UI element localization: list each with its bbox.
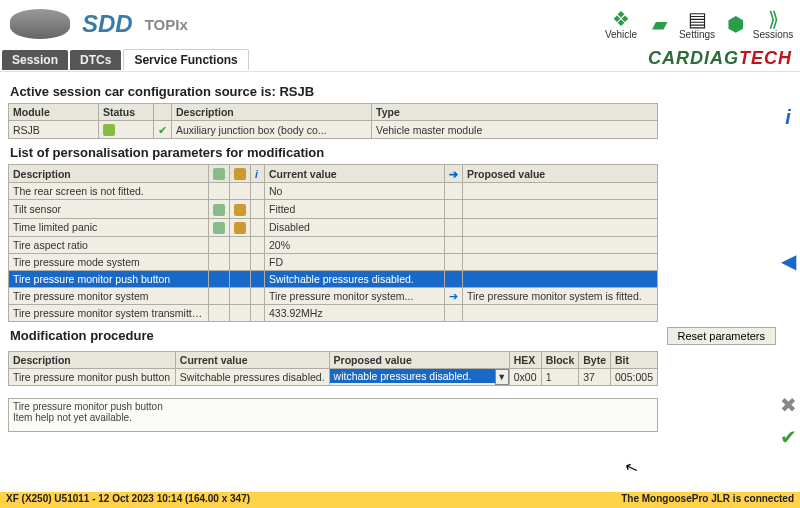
param-icon2 bbox=[234, 222, 246, 234]
status-left: XF (X250) U51011 - 12 Oct 2023 10:14 (16… bbox=[6, 493, 250, 507]
help-box: Tire pressure monitor push button Item h… bbox=[8, 398, 658, 432]
toolbar: ❖Vehicle ▰ ▤Settings ⬢ ⟫Sessions bbox=[604, 7, 790, 41]
cancel-button[interactable]: ✖ bbox=[780, 393, 797, 417]
col-desc[interactable]: Description bbox=[9, 165, 209, 183]
procedure-title: Modification procedure bbox=[10, 328, 154, 343]
tab-session[interactable]: Session bbox=[2, 50, 68, 70]
app-header: SDD TOPIx ❖Vehicle ▰ ▤Settings ⬢ ⟫Sessio… bbox=[0, 0, 800, 48]
info-icon: i bbox=[255, 168, 258, 180]
params-title: List of personalisation parameters for m… bbox=[10, 145, 790, 160]
fuel-icon: ⬢ bbox=[727, 14, 744, 34]
arrow-icon: ➔ bbox=[449, 168, 458, 180]
app-topix: TOPIx bbox=[145, 16, 188, 33]
table-row[interactable]: Time limited panicDisabled bbox=[9, 218, 658, 236]
main-content: Active session car configuration source … bbox=[0, 72, 800, 472]
check-icon: ✔ bbox=[158, 124, 167, 136]
col-type: Type bbox=[372, 104, 658, 121]
procedure-table: Description Current value Proposed value… bbox=[8, 351, 658, 386]
arrow-right-icon: ➔ bbox=[449, 290, 458, 302]
table-row[interactable]: Tire pressure mode systemFD bbox=[9, 253, 658, 270]
watermark: CARDIAGTECH bbox=[648, 48, 792, 69]
toolbar-extra1[interactable]: ▰ bbox=[642, 7, 676, 41]
filter1-icon bbox=[213, 168, 225, 180]
tab-dtcs[interactable]: DTCs bbox=[70, 50, 121, 70]
folder-icon: ▰ bbox=[652, 14, 667, 34]
gauge-icon: ▤ bbox=[688, 9, 707, 29]
table-row[interactable]: Tire aspect ratio20% bbox=[9, 236, 658, 253]
col-description: Description bbox=[172, 104, 372, 121]
status-bar: XF (X250) U51011 - 12 Oct 2023 10:14 (16… bbox=[0, 492, 800, 508]
chevron-down-icon[interactable]: ▼ bbox=[495, 369, 509, 385]
param-icon2 bbox=[234, 204, 246, 216]
confirm-button[interactable]: ✔ bbox=[780, 425, 797, 449]
params-table: Description i Current value ➔ Proposed v… bbox=[8, 164, 658, 322]
table-row[interactable]: Tire pressure monitor push button Switch… bbox=[9, 368, 658, 385]
param-icon1 bbox=[213, 222, 225, 234]
module-table: Module Status Description Type RSJB ✔ Au… bbox=[8, 103, 658, 139]
toolbar-extra2[interactable]: ⬢ bbox=[718, 7, 752, 41]
reset-parameters-button[interactable]: Reset parameters bbox=[667, 327, 776, 345]
rss-icon: ⟫ bbox=[768, 9, 779, 29]
tab-bar: Session DTCs Service Functions CARDIAGTE… bbox=[0, 48, 800, 72]
col-proposed[interactable]: Proposed value bbox=[463, 165, 658, 183]
collapse-button[interactable]: ◀ bbox=[781, 249, 796, 273]
table-row[interactable]: Tilt sensorFitted bbox=[9, 200, 658, 218]
table-row[interactable]: The rear screen is not fitted.No bbox=[9, 183, 658, 200]
status-ok-icon bbox=[103, 124, 115, 136]
filter2-icon bbox=[234, 168, 246, 180]
col-status: Status bbox=[99, 104, 154, 121]
col-current[interactable]: Current value bbox=[265, 165, 445, 183]
table-row[interactable]: RSJB ✔ Auxiliary junction box (body co..… bbox=[9, 121, 658, 139]
table-row[interactable]: Tire pressure monitor system transmitter… bbox=[9, 304, 658, 321]
sessions-button[interactable]: ⟫Sessions bbox=[756, 7, 790, 41]
action-sidebar: i ◀ ✖ ✔ bbox=[776, 98, 800, 458]
info-button[interactable]: i bbox=[785, 106, 791, 129]
active-session-title: Active session car configuration source … bbox=[10, 84, 790, 99]
status-right: The MongoosePro JLR is connected bbox=[621, 493, 794, 507]
jaguar-logo-icon bbox=[10, 9, 70, 39]
tab-service-functions[interactable]: Service Functions bbox=[123, 49, 248, 70]
proposed-value-dropdown[interactable]: witchable pressures disabled.▼ Switchabl… bbox=[330, 369, 509, 385]
stethoscope-icon: ❖ bbox=[612, 9, 630, 29]
table-row[interactable]: Tire pressure monitor systemTire pressur… bbox=[9, 287, 658, 304]
settings-button[interactable]: ▤Settings bbox=[680, 7, 714, 41]
app-sdd: SDD bbox=[82, 10, 133, 38]
col-module: Module bbox=[9, 104, 99, 121]
vehicle-button[interactable]: ❖Vehicle bbox=[604, 7, 638, 41]
table-row[interactable]: Tire pressure monitor push buttonSwitcha… bbox=[9, 270, 658, 287]
cursor-icon: ↖ bbox=[622, 456, 641, 472]
param-icon1 bbox=[213, 204, 225, 216]
